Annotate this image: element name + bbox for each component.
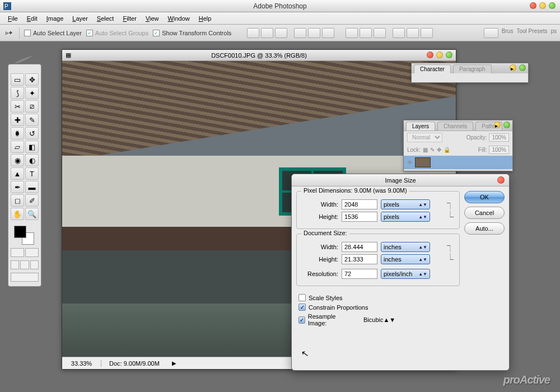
tab-layers[interactable]: Layers bbox=[406, 122, 435, 130]
close-icon[interactable] bbox=[497, 176, 505, 184]
history-brush-tool[interactable]: ↺ bbox=[25, 127, 39, 139]
align-btn[interactable] bbox=[261, 28, 273, 38]
status-menu-icon[interactable]: ▶ bbox=[172, 360, 176, 366]
menu-image[interactable]: Image bbox=[42, 13, 68, 24]
opt-auto-select-layer[interactable]: Auto Select Layer bbox=[24, 30, 82, 36]
dist-btn[interactable] bbox=[360, 28, 372, 38]
align-btn[interactable] bbox=[247, 28, 259, 38]
px-width-input[interactable] bbox=[342, 199, 377, 209]
px-height-input[interactable] bbox=[342, 212, 377, 222]
panel-menu-icon[interactable]: ▸ bbox=[511, 66, 514, 72]
lock-paint-icon[interactable]: ✎ bbox=[430, 147, 435, 153]
doc-width-input[interactable] bbox=[342, 242, 377, 252]
align-btn[interactable] bbox=[308, 28, 320, 38]
blend-mode-select[interactable]: Normal bbox=[407, 133, 442, 142]
well-tab[interactable]: Tool Presets bbox=[516, 28, 547, 38]
slice-tool[interactable]: ⧄ bbox=[25, 100, 39, 113]
doc-width-unit[interactable]: inches▲▼ bbox=[381, 242, 430, 252]
jump-to[interactable] bbox=[11, 273, 39, 282]
dodge-tool[interactable]: ◐ bbox=[25, 154, 39, 166]
well-tab[interactable]: ps bbox=[550, 28, 557, 38]
mode-quickmask[interactable] bbox=[25, 248, 39, 257]
auto-button[interactable]: Auto... bbox=[464, 222, 505, 235]
close-icon[interactable] bbox=[519, 64, 526, 71]
cancel-button[interactable]: Cancel bbox=[464, 207, 505, 219]
shape-tool[interactable]: ▬ bbox=[25, 181, 39, 193]
dist-btn[interactable] bbox=[346, 28, 358, 38]
minimize-icon[interactable] bbox=[539, 2, 546, 9]
px-height-unit[interactable]: pixels▲▼ bbox=[381, 212, 430, 222]
lock-all-icon[interactable]: 🔒 bbox=[444, 147, 450, 153]
dist-btn[interactable] bbox=[421, 28, 433, 38]
align-btn[interactable] bbox=[322, 28, 334, 38]
align-btn[interactable] bbox=[275, 28, 287, 38]
menu-filter[interactable]: Filter bbox=[118, 13, 141, 24]
menu-layer[interactable]: Layer bbox=[68, 13, 92, 24]
path-select-tool[interactable]: ▲ bbox=[11, 167, 24, 180]
dialog-titlebar[interactable]: Image Size bbox=[292, 174, 509, 186]
healing-tool[interactable]: ✚ bbox=[11, 114, 24, 126]
screen-full[interactable] bbox=[30, 260, 39, 269]
well-tab[interactable]: Brus bbox=[502, 28, 514, 38]
menu-file[interactable]: File bbox=[3, 13, 22, 24]
tab-character[interactable]: Character bbox=[414, 64, 451, 73]
dist-btn[interactable] bbox=[393, 28, 405, 38]
scale-styles-checkbox[interactable]: Scale Styles bbox=[298, 294, 458, 301]
eyedropper-tool[interactable]: ✐ bbox=[25, 194, 39, 207]
menu-select[interactable]: Select bbox=[92, 13, 119, 24]
menu-help[interactable]: Help bbox=[194, 13, 216, 24]
doc-info[interactable]: Doc: 9.00M/9.00M bbox=[101, 360, 167, 367]
menu-view[interactable]: View bbox=[141, 13, 164, 24]
close-icon[interactable] bbox=[427, 52, 433, 58]
minimize-icon[interactable] bbox=[436, 52, 443, 58]
doc-height-input[interactable] bbox=[342, 254, 377, 264]
gradient-tool[interactable]: ◧ bbox=[25, 141, 39, 153]
dist-btn[interactable] bbox=[374, 28, 386, 38]
marquee-tool[interactable]: ▭ bbox=[11, 73, 24, 86]
tab-channels[interactable]: Channels bbox=[437, 122, 473, 130]
align-btn[interactable] bbox=[294, 28, 306, 38]
dist-btn[interactable] bbox=[407, 28, 419, 38]
doc-height-unit[interactable]: inches▲▼ bbox=[381, 254, 430, 264]
ok-button[interactable]: OK bbox=[464, 191, 505, 203]
fg-color[interactable] bbox=[14, 226, 26, 238]
stamp-tool[interactable]: ⧯ bbox=[11, 127, 24, 139]
move-tool[interactable]: ✥ bbox=[25, 73, 39, 86]
wand-tool[interactable]: ✦ bbox=[25, 87, 39, 99]
lock-transparent-icon[interactable]: ▦ bbox=[423, 147, 428, 153]
lasso-tool[interactable]: ⟆ bbox=[11, 87, 24, 99]
zoom-icon[interactable] bbox=[446, 52, 452, 58]
screen-std[interactable] bbox=[11, 260, 19, 269]
px-width-unit[interactable]: pixels▲▼ bbox=[381, 199, 430, 209]
close-icon[interactable] bbox=[503, 122, 510, 128]
resolution-input[interactable] bbox=[342, 269, 377, 279]
close-icon[interactable] bbox=[530, 2, 536, 9]
visibility-icon[interactable]: 👁 bbox=[407, 160, 413, 166]
resample-method-select[interactable]: Bicubic▲▼ bbox=[363, 316, 458, 323]
color-swatches[interactable] bbox=[11, 225, 39, 245]
constrain-checkbox[interactable]: ✓Constrain Proportions bbox=[298, 304, 458, 311]
blur-tool[interactable]: ◉ bbox=[11, 154, 24, 166]
zoom-field[interactable]: 33.33% bbox=[62, 360, 101, 367]
mode-standard[interactable] bbox=[11, 248, 24, 257]
layer-thumbnail[interactable] bbox=[415, 157, 431, 167]
zoom-tool[interactable]: 🔍 bbox=[25, 208, 39, 220]
hand-tool[interactable]: ✋ bbox=[11, 208, 24, 220]
type-tool[interactable]: T bbox=[25, 167, 39, 180]
palette-well-icon[interactable] bbox=[484, 28, 498, 38]
pen-tool[interactable]: ✒ bbox=[11, 181, 24, 193]
brush-tool[interactable]: ✎ bbox=[25, 114, 39, 126]
zoom-icon[interactable] bbox=[549, 2, 556, 9]
notes-tool[interactable]: ◻ bbox=[11, 194, 24, 207]
lock-move-icon[interactable]: ✥ bbox=[437, 147, 441, 153]
move-tool-icon[interactable]: ▹✥ bbox=[3, 27, 15, 39]
screen-full-menu[interactable] bbox=[20, 260, 29, 269]
tab-paragraph[interactable]: Paragraph bbox=[453, 64, 492, 73]
eraser-tool[interactable]: ▱ bbox=[11, 141, 24, 153]
panel-menu-icon[interactable]: ▸ bbox=[495, 123, 498, 129]
opacity-field[interactable]: 100% bbox=[489, 133, 509, 142]
resolution-unit[interactable]: pixels/inch▲▼ bbox=[381, 269, 430, 279]
crop-tool[interactable]: ✂ bbox=[11, 100, 24, 113]
opt-show-transform[interactable]: ✓Show Transform Controls bbox=[153, 30, 231, 36]
fill-field[interactable]: 100% bbox=[489, 146, 509, 154]
